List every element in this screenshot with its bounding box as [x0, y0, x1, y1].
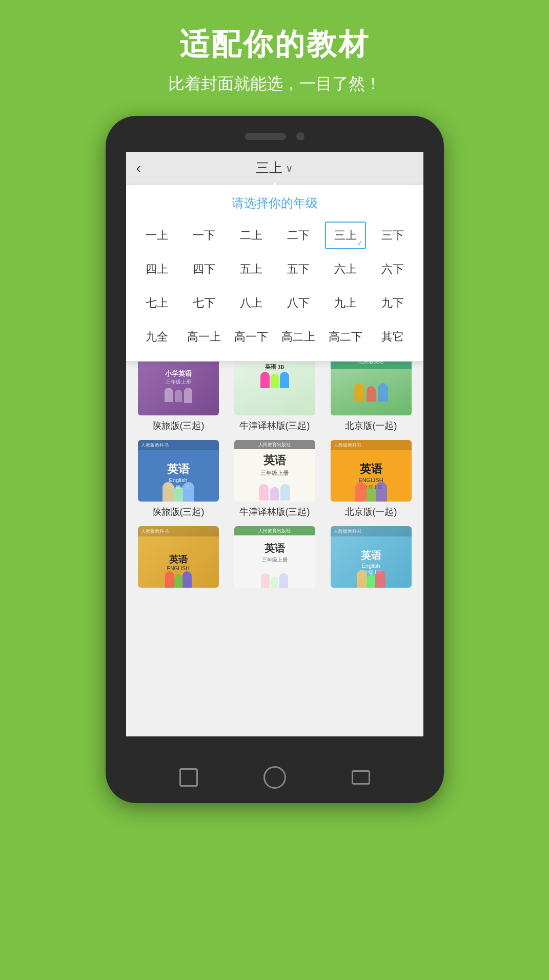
back-button[interactable]: ‹ [136, 160, 141, 176]
cover-art-2-2: 人民教育出版社 英语 三年级上册 [234, 440, 315, 502]
book-cover-1-3: 北京版英语 [331, 354, 412, 415]
book-cover-3-3: 人教版教科书 英语 English 三年级上册 [331, 526, 412, 588]
nav-recent-button[interactable] [352, 770, 370, 785]
grade-item-5下[interactable]: 五下 [278, 255, 319, 283]
main-title: 适配你的教材 [168, 25, 381, 65]
cover-art-3-1: 人教版教科书 英语 ENGLISH [138, 526, 219, 588]
book-grid: 小学英语 三年级上册 陕旅版(三起) 牛津译林版 [126, 349, 423, 593]
cover-art-2-3: 人教版教科书 英语 ENGLISH 三年级上册 [331, 440, 412, 502]
book-item-1-2[interactable]: 牛津译林版 英语 3B 牛津译林版(三起) [231, 354, 319, 432]
cover-art-2-1: 人教版教科书 英语 English 三年级上册 [138, 440, 219, 502]
screen-header: ‹ 三上 ∨ [126, 152, 423, 185]
grade-dropdown-title: 请选择你的年级 [136, 195, 413, 211]
book-art-3-3 [331, 559, 412, 588]
current-grade-label: 三上 [256, 159, 282, 177]
dropdown-triangle [270, 183, 280, 189]
book-cover-2-2: 人民教育出版社 英语 三年级上册 [234, 440, 315, 502]
cover-art-3-3: 人教版教科书 英语 English 三年级上册 [331, 526, 412, 588]
book-top-bar-3-3: 人教版教科书 [331, 526, 412, 536]
book-top-bar-2-3: 人教版教科书 [331, 440, 412, 450]
grade-item-6上[interactable]: 六上 [325, 255, 366, 283]
book-art-2-1 [138, 473, 219, 502]
grade-item-2上[interactable]: 二上 [231, 222, 272, 249]
grade-dropdown[interactable]: 请选择你的年级 一上 一下 二上 二下 三上 三下 四上 四下 五上 五下 六上… [126, 185, 423, 362]
book-item-3-2[interactable]: 人民教育出版社 英语 三年级上册 [231, 526, 319, 588]
grade-item-其他[interactable]: 其它 [372, 323, 413, 351]
grade-item-1下[interactable]: 一下 [184, 222, 225, 249]
cover-art-1-2: 牛津译林版 英语 3B [234, 354, 315, 415]
book-cover-1-2: 牛津译林版 英语 3B [234, 354, 315, 415]
grade-item-3下[interactable]: 三下 [372, 222, 413, 249]
book-item-3-3[interactable]: 人教版教科书 英语 English 三年级上册 [327, 526, 415, 588]
grade-item-1上[interactable]: 一上 [136, 222, 177, 249]
grade-item-7下[interactable]: 七下 [184, 289, 225, 317]
grade-item-9下[interactable]: 九下 [372, 289, 413, 317]
grade-item-2下[interactable]: 二下 [278, 222, 319, 249]
cover-art-1-3: 北京版英语 [331, 354, 412, 415]
book-label-1-1: 陕旅版(三起) [152, 419, 205, 432]
book-label-2-1: 陕旅版(三起) [152, 506, 205, 518]
book-item-2-1[interactable]: 人教版教科书 英语 English 三年级上册 陕旅版(三起) [134, 440, 222, 518]
grade-item-9全[interactable]: 九全 [136, 323, 177, 351]
book-cover-2-3: 人教版教科书 英语 ENGLISH 三年级上册 [331, 440, 412, 502]
grade-item-4上[interactable]: 四上 [136, 255, 177, 283]
nav-home-button[interactable] [263, 766, 286, 789]
sub-title: 比着封面就能选，一目了然！ [168, 73, 381, 95]
book-art-2-3 [331, 473, 412, 502]
phone-shell: ‹ 三上 ∨ 请选择你的年级 一上 一下 二上 二下 三上 三下 四上 四下 五… [106, 116, 444, 803]
book-cover-3-2: 人民教育出版社 英语 三年级上册 [234, 526, 315, 588]
book-item-1-3[interactable]: 北京版英语 北京版(一起) [327, 354, 415, 432]
book-item-3-1[interactable]: 人教版教科书 英语 ENGLISH [134, 526, 222, 588]
book-cover-2-1: 人教版教科书 英语 English 三年级上册 [138, 440, 219, 502]
book-cover-3-1: 人教版教科书 英语 ENGLISH [138, 526, 219, 588]
book-top-bar-3-1: 人教版教科书 [138, 526, 219, 536]
chevron-down-icon: ∨ [286, 162, 293, 174]
grade-selector[interactable]: 三上 ∨ [256, 159, 293, 177]
grade-item-5上[interactable]: 五上 [231, 255, 272, 283]
grade-item-高1上[interactable]: 高一上 [184, 323, 225, 351]
book-label-1-2: 牛津译林版(三起) [239, 419, 310, 432]
cover-art-3-2: 人民教育出版社 英语 三年级上册 [234, 526, 315, 588]
phone-camera [296, 132, 304, 141]
book-item-1-1[interactable]: 小学英语 三年级上册 陕旅版(三起) [134, 354, 222, 432]
phone-bottom-nav [106, 752, 444, 803]
grade-item-高2下[interactable]: 高二下 [325, 323, 366, 351]
book-label-2-2: 牛津译林版(三起) [239, 506, 310, 518]
cover-art-1-1: 小学英语 三年级上册 [138, 354, 219, 415]
grade-item-8上[interactable]: 八上 [231, 289, 272, 317]
grade-item-8下[interactable]: 八下 [278, 289, 319, 317]
book-cover-1-1: 小学英语 三年级上册 [138, 354, 219, 415]
grade-grid: 一上 一下 二上 二下 三上 三下 四上 四下 五上 五下 六上 六下 七上 七… [136, 222, 413, 351]
grade-item-4下[interactable]: 四下 [184, 255, 225, 283]
book-top-bar-2-1: 人教版教科书 [138, 440, 219, 450]
book-art-3-1 [138, 559, 219, 588]
book-label-2-3: 北京版(一起) [345, 506, 397, 518]
phone-top-bar [106, 116, 444, 152]
grade-item-高2上[interactable]: 高二上 [278, 323, 319, 351]
top-section: 适配你的教材 比着封面就能选，一目了然！ [168, 25, 381, 95]
book-label-1-3: 北京版(一起) [345, 419, 397, 432]
grade-item-6下[interactable]: 六下 [372, 255, 413, 283]
grade-item-高1下[interactable]: 高一下 [231, 323, 272, 351]
grade-item-9上[interactable]: 九上 [325, 289, 366, 317]
book-item-2-2[interactable]: 人民教育出版社 英语 三年级上册 牛津译林版(三起) [231, 440, 319, 518]
nav-back-button[interactable] [179, 768, 198, 787]
phone-speaker [245, 133, 286, 140]
phone-screen: ‹ 三上 ∨ 请选择你的年级 一上 一下 二上 二下 三上 三下 四上 四下 五… [126, 152, 423, 736]
grade-item-7上[interactable]: 七上 [136, 289, 177, 317]
book-item-2-3[interactable]: 人教版教科书 英语 ENGLISH 三年级上册 北京版(一起) [327, 440, 415, 518]
grade-item-3上[interactable]: 三上 [325, 222, 366, 249]
